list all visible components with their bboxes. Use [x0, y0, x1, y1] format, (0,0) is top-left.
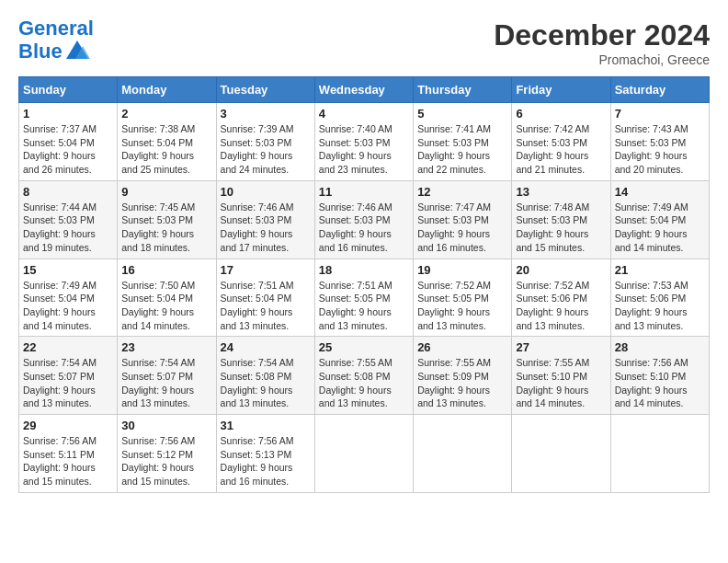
day-number: 23	[121, 340, 211, 354]
day-number: 5	[417, 107, 507, 121]
day-info: Sunrise: 7:48 AMSunset: 5:03 PMDaylight:…	[516, 201, 606, 255]
calendar-cell: 10Sunrise: 7:46 AMSunset: 5:03 PMDayligh…	[216, 180, 314, 259]
day-info: Sunrise: 7:55 AMSunset: 5:08 PMDaylight:…	[319, 356, 409, 410]
weekday-header: Tuesday	[216, 77, 314, 103]
day-number: 15	[23, 263, 113, 277]
calendar-cell: 12Sunrise: 7:47 AMSunset: 5:03 PMDayligh…	[414, 180, 512, 259]
calendar-week-row: 22Sunrise: 7:54 AMSunset: 5:07 PMDayligh…	[19, 337, 710, 415]
weekday-header: Friday	[512, 77, 610, 103]
logo-blue: Blue	[18, 41, 63, 62]
day-info: Sunrise: 7:41 AMSunset: 5:03 PMDaylight:…	[417, 122, 507, 177]
month-year: December 2024	[494, 18, 710, 52]
calendar-cell: 29Sunrise: 7:56 AMSunset: 5:11 PMDayligh…	[19, 415, 118, 493]
day-info: Sunrise: 7:46 AMSunset: 5:03 PMDaylight:…	[319, 201, 409, 255]
calendar-week-row: 8Sunrise: 7:44 AMSunset: 5:03 PMDaylight…	[19, 180, 710, 259]
calendar-cell: 2Sunrise: 7:38 AMSunset: 5:04 PMDaylight…	[118, 103, 216, 181]
calendar-cell: 31Sunrise: 7:56 AMSunset: 5:13 PMDayligh…	[216, 415, 314, 493]
day-info: Sunrise: 7:45 AMSunset: 5:03 PMDaylight:…	[121, 201, 211, 255]
day-number: 10	[221, 185, 311, 199]
day-number: 9	[121, 185, 211, 199]
day-info: Sunrise: 7:51 AMSunset: 5:04 PMDaylight:…	[221, 279, 311, 333]
day-number: 30	[121, 419, 211, 432]
day-info: Sunrise: 7:54 AMSunset: 5:07 PMDaylight:…	[23, 356, 113, 410]
calendar-cell: 7Sunrise: 7:43 AMSunset: 5:03 PMDaylight…	[610, 103, 709, 181]
calendar-cell	[314, 415, 413, 493]
day-number: 12	[417, 185, 507, 199]
calendar-cell: 5Sunrise: 7:41 AMSunset: 5:03 PMDaylight…	[414, 103, 512, 181]
day-info: Sunrise: 7:56 AMSunset: 5:11 PMDaylight:…	[23, 434, 113, 488]
calendar-cell: 25Sunrise: 7:55 AMSunset: 5:08 PMDayligh…	[314, 337, 413, 415]
day-number: 21	[615, 263, 705, 277]
day-number: 7	[615, 107, 705, 121]
day-info: Sunrise: 7:37 AMSunset: 5:04 PMDaylight:…	[23, 122, 113, 177]
location: Promachoi, Greece	[494, 52, 710, 67]
day-number: 29	[23, 419, 113, 432]
day-info: Sunrise: 7:38 AMSunset: 5:04 PMDaylight:…	[121, 122, 211, 177]
day-info: Sunrise: 7:40 AMSunset: 5:03 PMDaylight:…	[319, 122, 409, 177]
day-number: 18	[319, 263, 409, 277]
day-number: 19	[417, 263, 507, 277]
day-number: 1	[23, 107, 113, 121]
calendar-cell	[414, 415, 512, 493]
day-number: 28	[615, 340, 705, 354]
calendar-cell: 13Sunrise: 7:48 AMSunset: 5:03 PMDayligh…	[512, 180, 610, 259]
day-number: 20	[516, 263, 606, 277]
day-number: 26	[417, 340, 507, 354]
day-info: Sunrise: 7:55 AMSunset: 5:10 PMDaylight:…	[516, 356, 606, 410]
calendar-cell: 28Sunrise: 7:56 AMSunset: 5:10 PMDayligh…	[610, 337, 709, 415]
calendar-week-row: 15Sunrise: 7:49 AMSunset: 5:04 PMDayligh…	[19, 259, 710, 337]
calendar-table: SundayMondayTuesdayWednesdayThursdayFrid…	[18, 76, 710, 493]
day-info: Sunrise: 7:42 AMSunset: 5:03 PMDaylight:…	[516, 122, 606, 177]
calendar-cell: 22Sunrise: 7:54 AMSunset: 5:07 PMDayligh…	[19, 337, 118, 415]
day-info: Sunrise: 7:56 AMSunset: 5:13 PMDaylight:…	[221, 434, 311, 488]
day-info: Sunrise: 7:51 AMSunset: 5:05 PMDaylight:…	[319, 279, 409, 333]
day-info: Sunrise: 7:54 AMSunset: 5:07 PMDaylight:…	[121, 356, 211, 410]
weekday-header: Sunday	[19, 77, 118, 103]
day-info: Sunrise: 7:56 AMSunset: 5:12 PMDaylight:…	[121, 434, 211, 488]
logo-icon	[64, 39, 90, 64]
weekday-header-row: SundayMondayTuesdayWednesdayThursdayFrid…	[19, 77, 710, 103]
day-number: 16	[121, 263, 211, 277]
day-info: Sunrise: 7:39 AMSunset: 5:03 PMDaylight:…	[221, 122, 311, 177]
day-number: 27	[516, 340, 606, 354]
calendar-cell: 15Sunrise: 7:49 AMSunset: 5:04 PMDayligh…	[19, 259, 118, 337]
day-info: Sunrise: 7:43 AMSunset: 5:03 PMDaylight:…	[615, 122, 705, 177]
day-number: 2	[121, 107, 211, 121]
day-number: 4	[319, 107, 409, 121]
day-number: 17	[221, 263, 311, 277]
day-info: Sunrise: 7:49 AMSunset: 5:04 PMDaylight:…	[615, 201, 705, 255]
day-info: Sunrise: 7:56 AMSunset: 5:10 PMDaylight:…	[615, 356, 705, 410]
calendar-cell: 30Sunrise: 7:56 AMSunset: 5:12 PMDayligh…	[118, 415, 216, 493]
day-number: 22	[23, 340, 113, 354]
calendar-cell: 4Sunrise: 7:40 AMSunset: 5:03 PMDaylight…	[314, 103, 413, 181]
day-info: Sunrise: 7:53 AMSunset: 5:06 PMDaylight:…	[615, 279, 705, 333]
calendar-cell: 8Sunrise: 7:44 AMSunset: 5:03 PMDaylight…	[19, 180, 118, 259]
calendar-cell: 23Sunrise: 7:54 AMSunset: 5:07 PMDayligh…	[118, 337, 216, 415]
day-info: Sunrise: 7:47 AMSunset: 5:03 PMDaylight:…	[417, 201, 507, 255]
calendar-cell: 27Sunrise: 7:55 AMSunset: 5:10 PMDayligh…	[512, 337, 610, 415]
day-info: Sunrise: 7:50 AMSunset: 5:04 PMDaylight:…	[121, 279, 211, 333]
weekday-header: Thursday	[414, 77, 512, 103]
day-number: 6	[516, 107, 606, 121]
calendar-cell	[512, 415, 610, 493]
page-header: General Blue December 2024 Promachoi, Gr…	[18, 18, 710, 67]
calendar-cell: 21Sunrise: 7:53 AMSunset: 5:06 PMDayligh…	[610, 259, 709, 337]
title-block: December 2024 Promachoi, Greece	[494, 18, 710, 67]
calendar-cell: 20Sunrise: 7:52 AMSunset: 5:06 PMDayligh…	[512, 259, 610, 337]
calendar-cell: 16Sunrise: 7:50 AMSunset: 5:04 PMDayligh…	[118, 259, 216, 337]
day-number: 31	[221, 419, 311, 432]
calendar-week-row: 29Sunrise: 7:56 AMSunset: 5:11 PMDayligh…	[19, 415, 710, 493]
day-info: Sunrise: 7:52 AMSunset: 5:05 PMDaylight:…	[417, 279, 507, 333]
day-info: Sunrise: 7:54 AMSunset: 5:08 PMDaylight:…	[221, 356, 311, 410]
calendar-cell: 14Sunrise: 7:49 AMSunset: 5:04 PMDayligh…	[610, 180, 709, 259]
day-number: 14	[615, 185, 705, 199]
logo-general: General	[18, 17, 94, 40]
day-info: Sunrise: 7:46 AMSunset: 5:03 PMDaylight:…	[221, 201, 311, 255]
day-number: 11	[319, 185, 409, 199]
weekday-header: Saturday	[610, 77, 709, 103]
logo: General Blue	[18, 18, 94, 64]
calendar-cell: 17Sunrise: 7:51 AMSunset: 5:04 PMDayligh…	[216, 259, 314, 337]
calendar-cell: 24Sunrise: 7:54 AMSunset: 5:08 PMDayligh…	[216, 337, 314, 415]
day-number: 8	[23, 185, 113, 199]
calendar-cell: 9Sunrise: 7:45 AMSunset: 5:03 PMDaylight…	[118, 180, 216, 259]
